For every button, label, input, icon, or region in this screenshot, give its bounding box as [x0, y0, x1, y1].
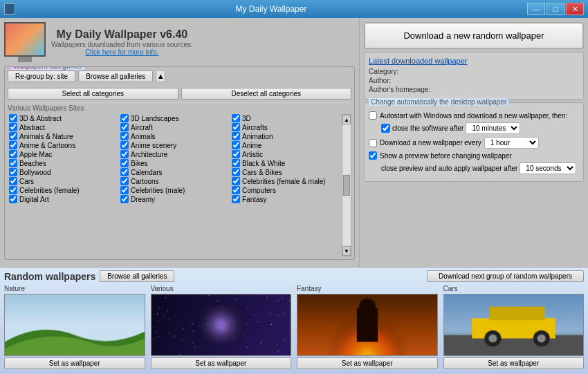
maximize-window-btn[interactable]: □ — [546, 3, 564, 15]
set-wallpaper-btn[interactable]: Set as wallpaper — [151, 357, 292, 369]
wallpaper-item: NatureSet as wallpaper — [4, 285, 145, 371]
checkbox-item: Celebrities (male) — [119, 186, 230, 194]
checkbox-item: Celebrities (female) — [8, 186, 119, 194]
category-label: 3D — [242, 115, 251, 122]
deselect-all-btn[interactable]: Deselect all categories — [181, 88, 352, 100]
checkbox-item: Cars — [8, 177, 119, 185]
categories-section: Wallpapers categories Re-group by: site … — [4, 66, 355, 260]
checkbox-item: Animals & Nature — [8, 132, 119, 140]
category-checkbox[interactable] — [9, 141, 17, 149]
autostart-checkbox[interactable] — [369, 111, 377, 120]
category-checkbox[interactable] — [232, 132, 240, 140]
download-next-btn[interactable]: Download next group of random wallpapers — [427, 270, 584, 282]
category-row: Category: — [369, 68, 579, 75]
checkbox-item: Abstract — [8, 123, 119, 131]
app-more-info-link[interactable]: Click here for more info. — [51, 48, 193, 56]
category-checkbox[interactable] — [9, 177, 17, 185]
right-panel: Download a new random wallpaper Latest d… — [360, 18, 588, 267]
checkbox-item: Anime — [230, 141, 342, 149]
checkbox-item: Aircraft — [119, 123, 230, 131]
set-wallpaper-btn[interactable]: Set as wallpaper — [297, 357, 438, 369]
wallpaper-item: VariousSet as wallpaper — [151, 285, 292, 371]
category-checkbox[interactable] — [9, 114, 17, 122]
checkbox-item: Bikes — [119, 159, 230, 167]
close-software-checkbox[interactable] — [381, 124, 390, 133]
category-checkbox[interactable] — [9, 159, 17, 167]
category-checkbox[interactable] — [232, 123, 240, 131]
category-label: Aircraft — [131, 124, 153, 131]
category-label: Celebrities (female) — [19, 187, 80, 194]
wallpaper-thumbnail — [4, 294, 145, 356]
download-random-btn[interactable]: Download a new random wallpaper — [364, 22, 584, 49]
category-checkbox[interactable] — [9, 132, 17, 140]
category-label: Celebrities (female & male) — [242, 178, 326, 185]
category-checkbox[interactable] — [120, 177, 129, 185]
checkbox-item: Celebrities (female & male) — [230, 177, 342, 185]
window-title: My Daily Wallpaper — [15, 4, 527, 14]
category-label: Animation — [242, 133, 273, 140]
scroll-down-arrow[interactable]: ▼ — [342, 246, 351, 256]
category-label: Celebrities (male) — [131, 187, 185, 194]
scroll-up-arrow[interactable]: ▲ — [342, 115, 351, 124]
cat-toolbar: Select all categories Deselect all categ… — [8, 88, 351, 100]
category-checkbox[interactable] — [9, 168, 17, 176]
show-preview-checkbox[interactable] — [369, 151, 377, 160]
category-checkbox[interactable] — [120, 123, 129, 131]
change-section: Change automatically the desktop wallpap… — [364, 102, 584, 182]
checkbox-col-3: 3DAircraftsAnimationAnimeArtisticBlack &… — [230, 114, 342, 256]
category-checkbox[interactable] — [120, 195, 129, 203]
category-label: 3D Landscapes — [131, 115, 179, 122]
category-label: Bikes — [131, 160, 147, 167]
category-checkbox[interactable] — [120, 168, 129, 176]
category-checkbox[interactable] — [232, 186, 240, 194]
checkbox-item: Animation — [230, 132, 342, 140]
random-wallpapers-title: Random wallpapers — [4, 271, 95, 282]
download-every-label: Download a new wallpaper every — [380, 139, 481, 147]
category-label: Cars — [19, 178, 34, 185]
category-checkbox[interactable] — [120, 132, 129, 140]
close-preview-row: close preview and auto apply wallpaper a… — [381, 162, 579, 174]
category-checkbox[interactable] — [232, 168, 240, 176]
scrollbar-top-arrow[interactable]: ▲ — [156, 70, 165, 82]
browse-all-btn[interactable]: Browse all galleries — [78, 71, 153, 82]
set-wallpaper-btn[interactable]: Set as wallpaper — [443, 357, 585, 369]
category-label: Aircrafts — [242, 124, 268, 131]
change-section-label: Change automatically the desktop wallpap… — [369, 98, 508, 106]
seconds-dropdown[interactable]: 10 seconds 5 seconds 20 seconds 30 secon… — [520, 162, 576, 174]
scroll-thumb[interactable] — [343, 175, 350, 196]
category-checkbox[interactable] — [232, 195, 240, 203]
category-label: Dreamy — [131, 196, 155, 203]
wallpaper-thumbnail — [443, 294, 585, 356]
category-checkbox[interactable] — [9, 195, 17, 203]
category-label: Computers — [242, 187, 276, 194]
category-label: 3D & Abstract — [19, 115, 62, 122]
cat-toolbar-main: Re-group by: site Browse all galleries ▲ — [8, 70, 351, 82]
select-all-btn[interactable]: Select all categories — [8, 88, 178, 100]
author-label: Author: — [369, 77, 391, 84]
homepage-label: Author's homepage: — [369, 86, 430, 93]
app-header: My Daily Wallpaper v6.40 Wallpapers down… — [4, 22, 355, 62]
category-checkbox[interactable] — [120, 150, 129, 158]
category-checkbox[interactable] — [120, 159, 129, 167]
category-checkbox[interactable] — [120, 141, 129, 149]
browse-galleries-btn[interactable]: Browse all galleries — [100, 270, 174, 282]
regroup-btn[interactable]: Re-group by: site — [8, 71, 75, 82]
category-checkbox[interactable] — [9, 150, 17, 158]
category-checkbox[interactable] — [120, 186, 129, 194]
category-checkbox[interactable] — [232, 159, 240, 167]
minutes-dropdown[interactable]: 10 minutes 5 minutes 15 minutes 30 minut… — [466, 122, 520, 134]
set-wallpaper-btn[interactable]: Set as wallpaper — [4, 357, 145, 369]
close-window-btn[interactable]: ✕ — [566, 3, 584, 15]
category-checkbox[interactable] — [232, 141, 240, 149]
close-preview-label: close preview and auto apply wallpaper a… — [381, 165, 517, 172]
category-checkbox[interactable] — [9, 186, 17, 194]
category-checkbox[interactable] — [232, 114, 240, 122]
category-checkbox[interactable] — [232, 150, 240, 158]
hour-dropdown[interactable]: 1 hour 30 minutes 2 hours 6 hours 12 hou… — [484, 137, 539, 149]
app-subtitle1: Wallpapers downloaded from various sourc… — [51, 41, 193, 48]
category-checkbox[interactable] — [232, 177, 240, 185]
category-checkbox[interactable] — [9, 123, 17, 131]
category-checkbox[interactable] — [120, 114, 129, 122]
minimize-window-btn[interactable]: — — [527, 3, 545, 15]
download-every-checkbox[interactable] — [369, 139, 377, 147]
